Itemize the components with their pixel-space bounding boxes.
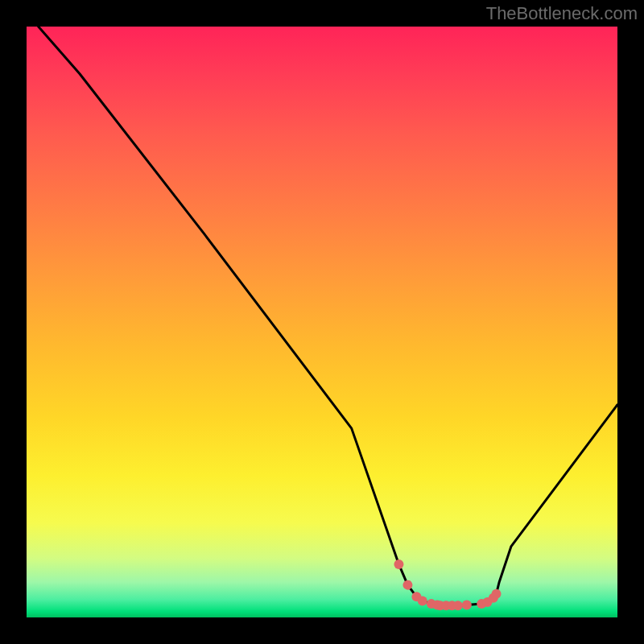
marker-point [418,596,427,605]
watermark-text: TheBottleneck.com [486,3,638,24]
highlight-markers [394,559,501,610]
curve-svg [27,27,617,617]
marker-point [402,580,412,590]
marker-point [453,601,463,610]
marker-point [492,589,502,599]
chart-frame: TheBottleneck.com [0,0,644,644]
plot-area [27,27,617,617]
bottleneck-curve [39,27,617,605]
marker-point [394,559,403,569]
marker-point [462,601,472,610]
